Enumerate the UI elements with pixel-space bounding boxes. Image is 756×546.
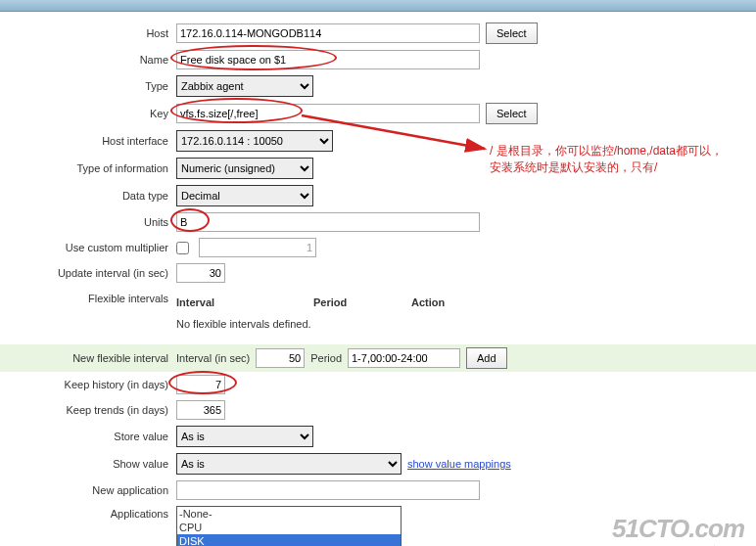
type-label: Type: [0, 80, 176, 92]
units-input[interactable]: [176, 212, 480, 232]
apps-label: Applications: [0, 506, 176, 520]
apps-opt-cpu[interactable]: CPU: [177, 521, 401, 534]
hostif-label: Host interface: [0, 135, 176, 147]
mult-input[interactable]: [199, 238, 316, 257]
info-select[interactable]: Numeric (unsigned): [176, 158, 313, 179]
flex-col-period: Period: [313, 296, 411, 308]
hostif-select[interactable]: 172.16.0.114 : 10050: [176, 130, 333, 152]
updint-label: Update interval (in sec): [0, 267, 176, 279]
newflex-label: New flexible interval: [0, 352, 176, 364]
name-label: Name: [0, 54, 176, 66]
apps-listbox[interactable]: -None- CPU DISK memory: [176, 506, 402, 546]
host-select-button[interactable]: Select: [486, 23, 538, 44]
hist-input[interactable]: [176, 375, 225, 394]
flex-col-action: Action: [411, 296, 480, 308]
datatype-select[interactable]: Decimal: [176, 185, 313, 206]
newflex-int-input[interactable]: [256, 348, 305, 368]
flex-empty-msg: No flexible intervals defined.: [176, 312, 480, 338]
host-label: Host: [0, 27, 176, 39]
apps-opt-disk[interactable]: DISK: [177, 534, 401, 546]
key-input[interactable]: [176, 104, 480, 123]
info-label: Type of information: [0, 162, 176, 174]
flexint-label: Flexible intervals: [0, 289, 176, 304]
newflex-int-label: Interval (in sec): [176, 352, 250, 364]
newflex-add-button[interactable]: Add: [466, 347, 507, 369]
host-input[interactable]: [176, 23, 480, 43]
hist-label: Keep history (in days): [0, 379, 176, 390]
trend-input[interactable]: [176, 400, 225, 420]
store-select[interactable]: As is: [176, 426, 313, 447]
newapp-input[interactable]: [176, 480, 480, 500]
window-top-bar: [0, 0, 756, 12]
key-select-button[interactable]: Select: [486, 103, 538, 124]
mult-label: Use custom multiplier: [0, 242, 176, 253]
annotation-text: / 是根目录，你可以监控/home,/data都可以，安装系统时是默认安装的，只…: [490, 143, 734, 176]
datatype-label: Data type: [0, 190, 176, 202]
flex-intervals-table: Interval Period Action No flexible inter…: [176, 289, 480, 341]
trend-label: Keep trends (in days): [0, 404, 176, 416]
newflex-per-label: Period: [310, 352, 342, 364]
key-label: Key: [0, 108, 176, 119]
name-input[interactable]: [176, 50, 480, 69]
newapp-label: New application: [0, 484, 176, 496]
apps-opt-none[interactable]: -None-: [177, 507, 401, 521]
updint-input[interactable]: [176, 263, 225, 283]
mult-checkbox[interactable]: [176, 242, 189, 254]
type-select[interactable]: Zabbix agent: [176, 75, 313, 97]
show-label: Show value: [0, 458, 176, 470]
units-label: Units: [0, 216, 176, 228]
newflex-per-input[interactable]: [348, 348, 460, 368]
flex-col-interval: Interval: [176, 296, 313, 308]
item-form: Host Select Name Type Zabbix agent Key S…: [0, 12, 756, 546]
store-label: Store value: [0, 431, 176, 442]
show-mappings-link[interactable]: show value mappings: [407, 458, 511, 470]
show-select[interactable]: As is: [176, 453, 402, 475]
